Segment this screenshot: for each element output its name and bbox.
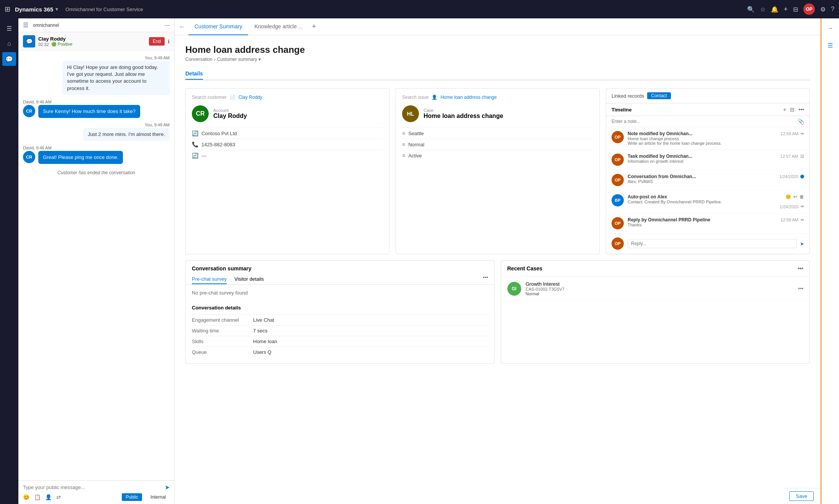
timeline-item-time: 12:58 AM xyxy=(781,131,798,136)
priority-icon: ≡ xyxy=(402,141,405,147)
timeline-actions: + ⊟ ••• xyxy=(783,106,804,113)
conv-channel-icon: 💬 xyxy=(23,35,35,47)
tl-check-icon[interactable]: ☑ xyxy=(800,154,804,159)
message-bubble: Sure Kenny! How much time does it take? xyxy=(38,105,140,118)
reply-input[interactable] xyxy=(628,239,797,248)
tl-emoji-icon[interactable]: 🙂 xyxy=(785,194,791,200)
rc-item-more-icon[interactable]: ••• xyxy=(798,286,803,291)
transfer-icon[interactable]: ⇄ xyxy=(56,494,61,500)
details-tab[interactable]: Details xyxy=(185,68,203,80)
left-icon-bar: ☰ ⌂ 💬 xyxy=(0,18,18,504)
chat-icon-btn[interactable]: 💬 xyxy=(2,52,16,66)
kb-icon[interactable]: 📋 xyxy=(34,494,41,500)
emoji-icon[interactable]: 😊 xyxy=(23,494,29,500)
detail-row-waiting: Waiting time 7 secs xyxy=(192,325,488,336)
contact-button[interactable]: Contact xyxy=(647,92,671,99)
breadcrumb-separator: › xyxy=(214,57,216,62)
timeline-avatar: OP xyxy=(612,237,624,250)
app-chevron[interactable]: ▾ xyxy=(56,7,58,12)
tab-knowledge-article[interactable]: Knowledge article ... xyxy=(248,18,309,35)
reply-send-icon[interactable]: ➤ xyxy=(800,241,804,247)
messages-area: You, 9:48 AM Hi Clay! Hope your are doin… xyxy=(18,51,174,480)
bell-icon[interactable]: 🔔 xyxy=(771,6,778,13)
conversation-item: 💬 Clay Roddy 02:32 🟢 Positive End ℹ xyxy=(18,32,174,51)
conv-sentiment: 🟢 Positive xyxy=(51,42,73,47)
tl-edit2-icon[interactable]: ✏ xyxy=(801,204,804,209)
tl-edit-icon[interactable]: ✏ xyxy=(801,131,804,136)
tl-delete-icon[interactable]: 🗑 xyxy=(800,194,804,200)
timeline-item-content: Auto-post on Alex 🙂 ↩ 🗑 Contact: Created… xyxy=(628,194,804,209)
system-message: Customer has ended the conversation xyxy=(23,169,170,177)
timeline-item-title: Note modified by Omnichan... xyxy=(628,131,692,136)
message-bubble: Just 2 more mins. I'm almost there. xyxy=(83,128,170,141)
detail-value-skills: Home loan xyxy=(253,339,277,344)
case-person-icon: 👤 xyxy=(432,95,437,100)
note-attach-icon[interactable]: 📎 xyxy=(798,118,804,124)
details-tab-row: Details xyxy=(185,68,810,80)
timeline-avatar: OP xyxy=(612,174,624,186)
rs-list-button[interactable]: ☰ xyxy=(823,38,837,52)
search-icon[interactable]: 🔍 xyxy=(747,6,755,13)
tl-edit3-icon[interactable]: ✏ xyxy=(801,218,804,223)
timeline-add-icon[interactable]: + xyxy=(783,106,786,113)
send-button[interactable]: ➤ xyxy=(165,484,170,491)
add-tab-button[interactable]: + xyxy=(309,23,319,31)
settings-icon[interactable]: ⚙ xyxy=(820,6,826,13)
timeline-item-time: 1/24/2020 xyxy=(780,205,798,209)
conv-tabs: Pre-chat survey Visitor details ••• xyxy=(186,272,494,285)
star-icon[interactable]: ☆ xyxy=(760,6,765,13)
rc-info: Growth Interest CAS-01002-T3G5V7 Normal xyxy=(526,281,794,296)
timeline-item: OP Reply by Omnichannel PRRD Pipeline 12… xyxy=(606,213,810,234)
chat-toolbar: 😊 📋 👤 ⇄ Public Internal xyxy=(23,491,170,501)
sidebar-menu-icon[interactable]: ☰ xyxy=(23,21,28,29)
chat-input-row: ➤ xyxy=(23,484,170,491)
grid-icon[interactable]: ⊞ xyxy=(5,5,10,13)
timeline-more-icon[interactable]: ••• xyxy=(798,106,804,113)
public-button[interactable]: Public xyxy=(122,493,142,501)
rs-expand-button[interactable]: → xyxy=(823,21,837,35)
customer-card: Search customer 📄 Clay Roddy CR Account … xyxy=(185,88,389,254)
timeline-items: OP Note modified by Omnichan... 12:58 AM… xyxy=(606,127,810,254)
case-title: Home loan address change xyxy=(424,113,503,119)
tl-reply-icon[interactable]: ↩ xyxy=(793,194,797,200)
timeline-header: Linked records Contact xyxy=(606,88,810,103)
tab-prechat-survey[interactable]: Pre-chat survey xyxy=(192,275,227,284)
recent-cases-more-icon[interactable]: ••• xyxy=(798,265,803,272)
customer-phone-field: 📞 1425-882-8083 xyxy=(192,139,383,150)
note-input[interactable] xyxy=(612,119,798,124)
timeline-item-subtitle: Information on growth interest xyxy=(628,159,804,164)
recent-cases-card: Recent Cases ••• GI Growth Interest CAS-… xyxy=(501,260,810,364)
timeline-filter-icon[interactable]: ⊟ xyxy=(790,106,795,113)
plus-icon[interactable]: + xyxy=(784,5,788,13)
filter-icon[interactable]: ⊟ xyxy=(793,6,798,13)
conv-tab-more-icon[interactable]: ••• xyxy=(483,275,488,284)
menu-icon-btn[interactable]: ☰ xyxy=(2,21,16,35)
timeline-item: OP Conversation from Omnichan... 1/24/20… xyxy=(606,170,810,190)
agent-icon[interactable]: 👤 xyxy=(45,494,52,500)
collapse-icon[interactable]: — xyxy=(165,22,170,28)
end-conversation-button[interactable]: End xyxy=(149,37,165,46)
info-icon[interactable]: ℹ xyxy=(168,39,170,44)
save-button[interactable]: Save xyxy=(789,491,814,501)
tab-customer-summary[interactable]: Customer Summary xyxy=(188,18,248,35)
back-button[interactable]: ← xyxy=(179,23,185,30)
rc-name: Growth Interest xyxy=(526,281,794,287)
right-sidebar: → ☰ xyxy=(821,18,839,504)
customer-search-link[interactable]: Clay Roddy xyxy=(239,95,262,100)
chat-input[interactable] xyxy=(23,484,162,490)
user-avatar[interactable]: OP xyxy=(803,3,815,15)
case-search-link[interactable]: Home loan address change xyxy=(440,95,497,100)
help-icon[interactable]: ? xyxy=(831,6,834,13)
timeline-item-content: Task modified by Omnichan... 12:57 AM ☑ … xyxy=(628,154,804,166)
page-title: Home loan address change xyxy=(185,44,810,55)
tab-visitor-details[interactable]: Visitor details xyxy=(234,275,264,284)
internal-button[interactable]: Internal xyxy=(147,493,170,501)
home-icon-btn[interactable]: ⌂ xyxy=(2,37,16,51)
timeline-avatar: OP xyxy=(612,131,624,143)
message-row: You, 9:48 AM Just 2 more mins. I'm almos… xyxy=(23,123,170,141)
detail-row-skills: Skills Home loan xyxy=(192,336,488,347)
timeline-item-subtitle: Contact: Created By Omnichannel PRRD Pip… xyxy=(628,200,804,204)
avatar: CR xyxy=(23,105,35,117)
app-name-container: Dynamics 365 ▾ xyxy=(15,6,58,13)
linked-records-label: Linked records xyxy=(612,93,644,99)
